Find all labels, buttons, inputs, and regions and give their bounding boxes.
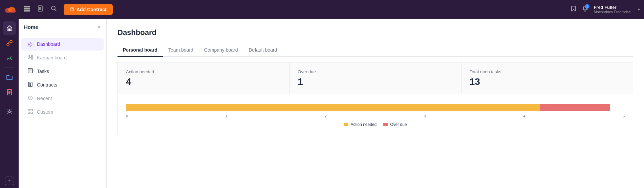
- svg-rect-21: [8, 29, 10, 31]
- chart-bar-orange: [126, 104, 560, 111]
- app-logo: [4, 3, 17, 16]
- user-info: Fred Fuller Mochadocs Enterprise...: [594, 5, 634, 14]
- sidebar-item-contracts[interactable]: Contracts: [21, 78, 104, 91]
- notification-bell-icon[interactable]: 1: [582, 5, 588, 13]
- chart-legend: Action needed Over due: [126, 122, 625, 127]
- svg-rect-7: [26, 8, 28, 10]
- over-due-value: 1: [298, 76, 453, 87]
- legend-red-swatch: [383, 123, 388, 126]
- sidebar-icon-home[interactable]: [3, 21, 16, 35]
- sidebar-icon-tools[interactable]: [3, 36, 16, 50]
- total-open-tasks-value: 13: [470, 76, 625, 87]
- sidebar-item-recent[interactable]: Recent: [21, 92, 104, 105]
- sidebar-item-tasks[interactable]: Tasks: [21, 65, 104, 78]
- svg-rect-28: [28, 55, 29, 58]
- sidebar-header: Home ✕: [19, 19, 106, 34]
- action-needed-label: Action needed: [126, 69, 281, 74]
- sidebar-item-dashboard[interactable]: ◎ Dashboard: [21, 38, 104, 51]
- svg-rect-40: [31, 109, 33, 111]
- page-title: Dashboard: [117, 28, 633, 37]
- sidebar-item-kanban[interactable]: Kanban board: [21, 51, 104, 64]
- tasks-icon: [27, 68, 34, 74]
- svg-rect-42: [31, 112, 33, 114]
- dashboard-icon: ◎: [27, 41, 34, 47]
- add-contract-button[interactable]: Add Contract: [64, 4, 113, 15]
- over-due-label: Over due: [298, 69, 453, 74]
- axis-label-2: 2: [325, 114, 327, 118]
- legend-over-due: Over due: [383, 122, 407, 127]
- tab-company-board[interactable]: Company board: [199, 44, 243, 57]
- sidebar-icon-signature[interactable]: [3, 51, 16, 65]
- svg-point-2: [11, 9, 16, 13]
- legend-action-needed: Action needed: [344, 122, 377, 127]
- chart-bar-red: [540, 104, 610, 111]
- user-chevron-icon: ▾: [638, 7, 640, 12]
- stat-total-open-tasks: Total open tasks 13: [461, 62, 633, 94]
- chart-axis: 0 1 2 3 4 5: [126, 114, 625, 118]
- sidebar-item-contracts-label: Contracts: [37, 82, 57, 88]
- main-layout: + Home ✕ ◎ Dashboard Kanban board: [0, 19, 644, 188]
- navbar-right: 1 Fred Fuller Mochadocs Enterprise... ▾: [571, 5, 640, 14]
- sidebar-divider-2: [4, 102, 15, 102]
- axis-label-4: 4: [523, 114, 525, 118]
- svg-rect-11: [28, 10, 30, 12]
- axis-label-0: 0: [126, 114, 128, 118]
- sidebar-title: Home: [24, 24, 38, 30]
- sidebar-item-kanban-label: Kanban board: [37, 55, 67, 60]
- notification-badge: 1: [585, 4, 589, 9]
- svg-rect-10: [26, 10, 28, 12]
- top-navbar: Add Contract 1 Fred Fuller Mochadocs Ent…: [0, 0, 644, 19]
- svg-rect-41: [28, 112, 30, 114]
- svg-rect-29: [30, 55, 31, 57]
- svg-point-16: [51, 6, 55, 10]
- tab-default-board[interactable]: Default board: [243, 44, 282, 57]
- svg-rect-4: [26, 6, 28, 7]
- dashboard-tabs: Personal board Team board Company board …: [117, 44, 633, 57]
- grid-icon[interactable]: [24, 5, 30, 13]
- stat-over-due: Over due 1: [289, 62, 461, 94]
- svg-rect-3: [24, 6, 26, 7]
- svg-rect-39: [28, 109, 30, 111]
- tab-personal-board[interactable]: Personal board: [117, 44, 163, 57]
- legend-over-due-label: Over due: [390, 122, 407, 127]
- tab-team-board[interactable]: Team board: [163, 44, 199, 57]
- sidebar-item-custom-label: Custom: [37, 109, 53, 115]
- custom-icon: [27, 109, 34, 115]
- sidebar-icon-settings[interactable]: [3, 105, 16, 118]
- svg-rect-30: [31, 55, 33, 59]
- search-icon[interactable]: [51, 5, 57, 13]
- svg-rect-9: [24, 10, 26, 12]
- svg-rect-5: [28, 6, 30, 7]
- kanban-icon: [27, 55, 34, 61]
- stats-section: Action needed 4 Over due 1 Total open ta…: [117, 62, 633, 94]
- contracts-icon: [27, 82, 34, 88]
- user-menu[interactable]: Fred Fuller Mochadocs Enterprise... ▾: [594, 5, 640, 14]
- recent-icon: [27, 95, 34, 101]
- total-open-tasks-label: Total open tasks: [470, 69, 625, 74]
- action-needed-value: 4: [126, 76, 281, 87]
- sidebar-item-custom[interactable]: Custom: [21, 106, 104, 118]
- svg-line-22: [8, 42, 10, 44]
- svg-point-27: [8, 111, 10, 113]
- sidebar-item-recent-label: Recent: [37, 96, 52, 101]
- sidebar-divider: [4, 68, 15, 68]
- sidebar-icon-folder[interactable]: [3, 71, 16, 84]
- svg-rect-6: [24, 8, 26, 10]
- svg-rect-8: [28, 8, 30, 10]
- sidebar-close-button[interactable]: ✕: [97, 24, 101, 30]
- stat-action-needed: Action needed 4: [118, 62, 289, 94]
- sidebar-item-dashboard-label: Dashboard: [37, 41, 60, 47]
- bookmark-icon[interactable]: [571, 5, 577, 13]
- axis-label-3: 3: [424, 114, 426, 118]
- add-sidebar-item-button[interactable]: +: [5, 176, 14, 185]
- secondary-sidebar: Home ✕ ◎ Dashboard Kanban board Tasks: [19, 19, 107, 188]
- icon-sidebar: +: [0, 19, 19, 188]
- legend-orange-swatch: [344, 123, 348, 126]
- document-icon[interactable]: [37, 5, 43, 13]
- sidebar-icon-contract[interactable]: [3, 86, 16, 99]
- legend-action-needed-label: Action needed: [350, 122, 377, 127]
- content-area: Dashboard Personal board Team board Comp…: [107, 19, 644, 188]
- axis-label-5: 5: [623, 114, 625, 118]
- sidebar-item-tasks-label: Tasks: [37, 69, 49, 74]
- axis-label-1: 1: [225, 114, 227, 118]
